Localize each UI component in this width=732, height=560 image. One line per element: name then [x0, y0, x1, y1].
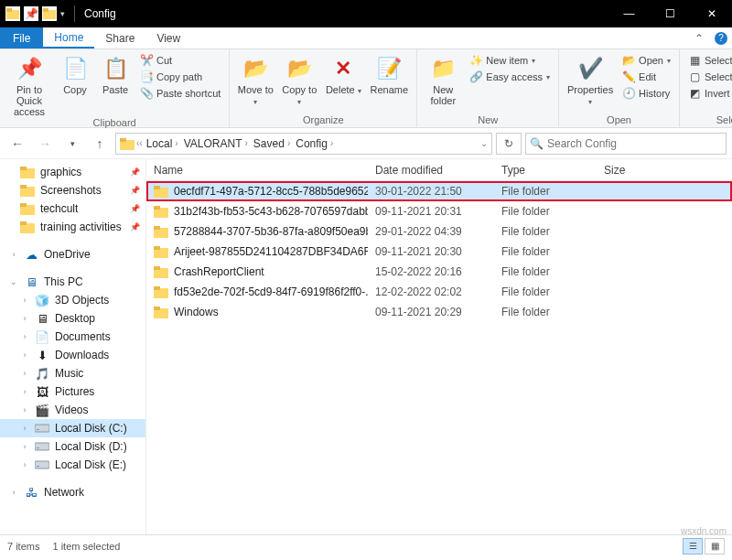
sidebar-item[interactable]: ›📄Documents [0, 328, 145, 346]
minimize-button[interactable]: — [608, 0, 650, 27]
copy-to-button[interactable]: 📂 Copy to ▾ [279, 53, 319, 107]
delete-icon: ✕ [329, 55, 357, 82]
pin-icon: 📌 [16, 55, 43, 82]
sidebar-item[interactable]: ›Local Disk (D:) [0, 437, 145, 456]
sidebar-item-thispc[interactable]: ⌄🖥This PC [0, 273, 145, 291]
sidebar-item[interactable]: ›Local Disk (E:) [0, 456, 145, 474]
minimize-ribbon-button[interactable]: ⌃ [688, 27, 710, 48]
window-title: Config [79, 7, 116, 20]
search-input[interactable] [547, 137, 722, 150]
help-button[interactable]: ? [710, 27, 732, 48]
table-row[interactable]: Arijeet-987855D241104287DBF34DA6F4...09-… [146, 242, 732, 262]
copy-button[interactable]: 📄 Copy [57, 53, 93, 95]
sidebar-item[interactable]: graphics📌 [0, 163, 145, 181]
item-icon: 🧊 [35, 293, 49, 307]
ribbon-group-new: 📁 New folder ✨New item ▾ 🔗Easy access ▾ … [417, 49, 559, 127]
delete-button[interactable]: ✕ Delete ▾ [323, 53, 363, 96]
select-none-button[interactable]: ▢Select none [685, 70, 732, 84]
paste-shortcut-button[interactable]: 📎Paste shortcut [137, 86, 223, 101]
folder-icon [20, 220, 35, 234]
folder-icon [154, 245, 168, 258]
edit-button[interactable]: ✏️Edit [619, 70, 673, 84]
column-size[interactable]: Size [597, 164, 732, 177]
breadcrumb-item[interactable]: Saved› [252, 137, 292, 150]
table-row[interactable]: CrashReportClient15-02-2022 20:16File fo… [146, 262, 732, 282]
pin-icon: 📌 [130, 186, 140, 195]
back-button[interactable]: ← [5, 132, 29, 156]
sidebar-item[interactable]: ›🎬Videos [0, 401, 145, 419]
table-row[interactable]: 31b2f43b-fb53-5c43-b628-7076597dabb...09… [146, 201, 732, 221]
folder-icon [154, 185, 168, 198]
close-button[interactable]: ✕ [691, 0, 732, 27]
chevron-down-icon[interactable]: ⌄ [480, 138, 488, 148]
item-icon: 🖼 [35, 384, 49, 399]
tab-home[interactable]: Home [43, 27, 94, 48]
thumbnails-view-button[interactable]: ▦ [705, 538, 725, 555]
qat-dropdown-icon[interactable]: ▾ [60, 9, 65, 18]
sidebar-item[interactable]: ›🧊3D Objects [0, 291, 145, 309]
ribbon-tab-strip: File Home Share View ⌃ ? [0, 27, 732, 49]
file-date: 09-11-2021 20:30 [368, 245, 494, 258]
pin-to-quick-access-button[interactable]: 📌 Pin to Quick access [5, 53, 53, 117]
file-date: 15-02-2022 20:16 [368, 265, 494, 278]
sidebar-item[interactable]: ›Local Disk (C:) [0, 419, 145, 437]
file-type: File folder [494, 285, 597, 298]
search-box[interactable]: 🔍 [525, 133, 727, 155]
tab-file[interactable]: File [0, 27, 43, 48]
sidebar-item[interactable]: techcult📌 [0, 199, 145, 218]
easy-access-button[interactable]: 🔗Easy access ▾ [467, 70, 553, 84]
column-headers[interactable]: Name Date modified Type Size [146, 159, 732, 181]
forward-button[interactable]: → [33, 132, 57, 156]
new-folder-button[interactable]: 📁 New folder [423, 53, 463, 106]
sidebar-item-onedrive[interactable]: ›☁OneDrive [0, 245, 145, 264]
sidebar-item[interactable]: ›🎵Music [0, 364, 145, 382]
column-date[interactable]: Date modified [368, 164, 494, 177]
table-row[interactable]: Windows09-11-2021 20:29File folder [146, 302, 732, 322]
select-all-button[interactable]: ▦Select all [685, 53, 732, 68]
properties-button[interactable]: ✔️ Properties ▾ [565, 53, 616, 107]
cut-button[interactable]: ✂️Cut [137, 53, 223, 68]
sidebar-item[interactable]: ›⬇Downloads [0, 346, 145, 364]
file-date: 09-11-2021 20:29 [368, 306, 494, 318]
breadcrumb-item[interactable]: VALORANT› [182, 137, 250, 150]
svg-rect-25 [154, 226, 160, 230]
sidebar-item[interactable]: ›🖥Desktop [0, 309, 145, 328]
sidebar-item-network[interactable]: ›🖧Network [0, 483, 145, 501]
open-button[interactable]: 📂Open ▾ [619, 53, 673, 68]
copy-path-icon: 📑 [140, 70, 153, 83]
breadcrumb[interactable]: ‹‹ Local› VALORANT› Saved› Config› ⌄ [115, 133, 492, 155]
folder-qat-icon[interactable] [42, 6, 57, 21]
refresh-button[interactable]: ↻ [496, 133, 522, 155]
history-button[interactable]: 🕘History [619, 86, 673, 101]
folder-icon [120, 136, 135, 151]
copy-path-button[interactable]: 📑Copy path [137, 70, 223, 84]
navigation-pane[interactable]: graphics📌Screenshots📌techcult📌training a… [0, 159, 146, 534]
breadcrumb-item[interactable]: Config› [294, 137, 335, 150]
table-row[interactable]: 57288844-3707-5b36-87fa-a809f50ea9b...29… [146, 221, 732, 242]
tab-view[interactable]: View [145, 27, 191, 48]
rename-button[interactable]: 📝 Rename [367, 53, 411, 95]
sidebar-item[interactable]: training activities📌 [0, 218, 145, 236]
table-row[interactable]: fd53e2de-702f-5cd9-84f7-6919f86f2ff0-...… [146, 282, 732, 302]
table-row[interactable]: 0ecfdf71-497a-5712-8cc5-788b5de9652...30… [146, 181, 732, 201]
svg-rect-17 [37, 447, 39, 448]
maximize-button[interactable]: ☐ [650, 0, 691, 27]
chevron-right-icon[interactable]: ‹‹ [136, 138, 143, 148]
details-view-button[interactable]: ☰ [683, 538, 703, 555]
sidebar-item[interactable]: ›🖼Pictures [0, 382, 145, 401]
column-name[interactable]: Name [146, 164, 368, 177]
pin-qat-icon[interactable]: 📌 [24, 6, 38, 21]
invert-selection-button[interactable]: ◩Invert selection [685, 86, 732, 101]
column-type[interactable]: Type [494, 164, 597, 177]
copy-label: Copy [63, 84, 87, 95]
paste-button[interactable]: 📋 Paste [97, 53, 134, 95]
sidebar-item[interactable]: Screenshots📌 [0, 181, 145, 199]
new-item-button[interactable]: ✨New item ▾ [467, 53, 553, 68]
recent-locations-button[interactable]: ▾ [60, 132, 84, 156]
up-button[interactable]: ↑ [88, 132, 112, 156]
tab-share[interactable]: Share [94, 27, 145, 48]
move-to-button[interactable]: 📂 Move to ▾ [235, 53, 275, 107]
svg-rect-16 [35, 443, 49, 450]
pin-icon: 📌 [130, 167, 140, 177]
breadcrumb-item[interactable]: Local› [145, 137, 180, 150]
